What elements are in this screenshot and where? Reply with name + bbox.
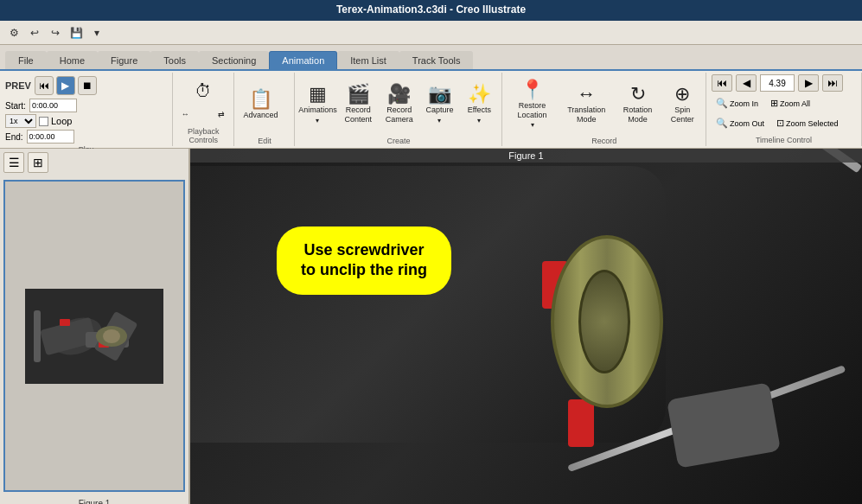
tc-zoom-row: 🔍 Zoom In ⊞ Zoom All: [712, 95, 856, 112]
effects-label: Effects: [468, 105, 491, 115]
rotation-label: Rotation Mode: [620, 105, 656, 124]
panel-list-icon[interactable]: ☰: [3, 152, 24, 173]
save-btn[interactable]: 💾: [67, 24, 85, 41]
animations-icon: ▦: [309, 85, 327, 104]
ribbon-tabs: File Home Figure Tools Sectioning Animat…: [0, 45, 862, 71]
play-controls: ⏮ ▶ ⏹: [35, 76, 97, 95]
playback-sub1[interactable]: ↔: [168, 107, 202, 121]
end-time-row: End:: [5, 130, 167, 144]
restore-btn[interactable]: 📍 Restore Location ▾: [506, 74, 558, 135]
animations-label: Animations: [298, 105, 337, 115]
zoom-selected-btn[interactable]: ⊡ Zoom Selected: [772, 115, 843, 131]
svg-rect-9: [34, 310, 41, 362]
loop-checkbox[interactable]: [39, 117, 48, 126]
record-buttons: 📍 Restore Location ▾ ↔ Translation Mode …: [506, 74, 702, 135]
record-camera-label: Record Camera: [385, 105, 414, 124]
stop-btn[interactable]: ⏹: [78, 76, 97, 95]
timeline-group-label: Timeline Control: [712, 134, 856, 144]
play-top: PREV ⏮ ▶ ⏹: [5, 76, 167, 95]
record-camera-btn[interactable]: 🎥 Record Camera: [380, 74, 419, 135]
playback-group: ⏱ ↔ ⇄ Playback Controls: [173, 73, 234, 146]
timeline-control-group: ⏮ ◀ ▶ ⏭ 🔍 Zoom In ⊞ Zoom All 🔍 Zoom Out …: [706, 73, 862, 146]
zoom-all-label: Zoom All: [780, 99, 810, 108]
capture-label: Capture: [425, 105, 453, 115]
restore-icon: 📍: [520, 80, 544, 99]
dropdown-btn[interactable]: ▾: [88, 24, 105, 41]
zoom-out-btn[interactable]: 🔍 Zoom Out: [712, 115, 769, 131]
tc-last-btn[interactable]: ⏭: [822, 74, 843, 92]
svg-rect-5: [60, 319, 70, 326]
play-start-btn[interactable]: ⏮: [35, 76, 54, 95]
translation-icon: ↔: [577, 85, 596, 104]
callout-line1: Use screwdriver: [303, 241, 424, 258]
advanced-icon: 📋: [249, 90, 272, 109]
end-label: End:: [5, 132, 23, 142]
start-time-row: Start:: [5, 99, 167, 112]
play-btn[interactable]: ▶: [56, 76, 75, 95]
record-content-btn[interactable]: 🎬 Record Content: [338, 74, 377, 135]
tab-figure[interactable]: Figure: [98, 51, 150, 69]
zoom-selected-label: Zoom Selected: [786, 119, 839, 128]
tab-tools[interactable]: Tools: [150, 51, 199, 69]
tc-prev-btn[interactable]: ◀: [736, 74, 757, 92]
spin-icon: ⊕: [674, 85, 690, 104]
redo-btn[interactable]: ↪: [47, 24, 64, 41]
zoom-select[interactable]: 1x2x: [5, 114, 36, 128]
restore-label: Restore Location: [511, 101, 552, 120]
advanced-btn[interactable]: 📋 Advanced: [238, 74, 283, 135]
zoom-selected-icon: ⊡: [776, 118, 784, 129]
app-icon-btn[interactable]: ⚙: [5, 24, 22, 41]
rotation-btn[interactable]: ↻ Rotation Mode: [615, 74, 661, 135]
main-area: ☰ ⊞ Figure 1: [0, 149, 862, 504]
timer-icon-btn[interactable]: ⏱: [186, 79, 220, 104]
tc-first-btn[interactable]: ⏮: [712, 74, 732, 92]
zoom-in-icon: 🔍: [716, 98, 728, 109]
tab-sectioning[interactable]: Sectioning: [199, 51, 269, 69]
start-time-input[interactable]: [29, 99, 77, 112]
tc-value-input[interactable]: [760, 74, 795, 92]
translation-btn[interactable]: ↔ Translation Mode: [560, 74, 613, 135]
viewport[interactable]: Figure 1 Use screwdriver to unclip the r…: [190, 149, 862, 504]
tab-file[interactable]: File: [5, 51, 47, 69]
title-bar: Terex-Animation3.c3di - Creo Illustrate: [0, 0, 862, 21]
panel-icons: ☰ ⊞: [3, 152, 185, 173]
tab-animation[interactable]: Animation: [269, 51, 337, 69]
rotation-icon: ↻: [630, 85, 646, 104]
undo-btn[interactable]: ↩: [26, 24, 43, 41]
record-camera-icon: 🎥: [387, 85, 411, 104]
loop-label: Loop: [51, 116, 72, 126]
zoom-out-label: Zoom Out: [730, 119, 764, 128]
translation-label: Translation Mode: [565, 105, 608, 124]
record-content-icon: 🎬: [347, 85, 370, 104]
prev-label: PREV: [5, 80, 31, 91]
panel-thumb-icon[interactable]: ⊞: [28, 152, 48, 173]
create-group-label: Create: [298, 135, 498, 145]
zoom-in-label: Zoom In: [730, 99, 758, 108]
tc-next-btn[interactable]: ▶: [798, 74, 819, 92]
figure-thumbnail[interactable]: [3, 180, 185, 492]
advanced-label: Advanced: [243, 111, 278, 120]
callout-bubble: Use screwdriver to unclip the ring: [277, 226, 451, 295]
effects-btn[interactable]: ✨ Effects ▾: [460, 74, 498, 135]
viewport-title: Figure 1: [190, 149, 862, 163]
zoom-in-btn[interactable]: 🔍 Zoom In: [712, 95, 763, 112]
edit-group-label: Edit: [238, 135, 291, 145]
zoom-all-btn[interactable]: ⊞ Zoom All: [766, 95, 814, 112]
tab-track-tools[interactable]: Track Tools: [399, 51, 474, 69]
start-label: Start:: [5, 101, 26, 111]
spin-btn[interactable]: ⊕ Spin Center: [662, 74, 702, 135]
quick-access-toolbar: ⚙ ↩ ↪ 💾 ▾: [0, 21, 862, 45]
loop-row: 1x2x Loop: [5, 114, 167, 128]
end-time-input[interactable]: [27, 130, 74, 144]
playback-sub2[interactable]: ⇄: [204, 107, 239, 121]
left-panel: ☰ ⊞ Figure 1: [0, 149, 190, 504]
create-buttons: ▦ Animations ▾ 🎬 Record Content 🎥 Record…: [298, 74, 498, 135]
cylinder-inner: [578, 270, 630, 373]
tab-item-list[interactable]: Item List: [337, 51, 399, 69]
capture-btn[interactable]: 📷 Capture ▾: [420, 74, 458, 135]
edit-buttons: 📋 Advanced: [238, 74, 291, 135]
tc-top: ⏮ ◀ ▶ ⏭: [712, 74, 856, 92]
tab-home[interactable]: Home: [47, 51, 98, 69]
playback-buttons: ⏱ ↔ ⇄: [168, 74, 239, 125]
animations-btn[interactable]: ▦ Animations ▾: [298, 74, 336, 135]
